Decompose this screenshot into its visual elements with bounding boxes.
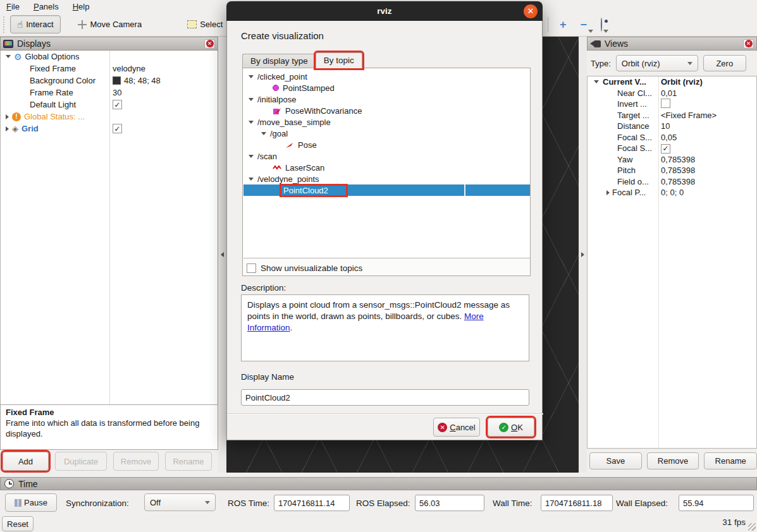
topic-tree-row[interactable]: LaserScan [243, 162, 530, 173]
view-property-value-cell[interactable]: 10 [658, 121, 670, 131]
duplicate-display-button[interactable]: Duplicate [55, 452, 107, 471]
collapsed-arrow-icon[interactable] [6, 114, 9, 119]
displays-panel-header[interactable]: Displays ✕ [0, 37, 218, 51]
views-tree-row[interactable]: Pitch0,785398 [588, 165, 756, 176]
topic-tree-row-selected[interactable]: PointCloud2 [243, 184, 530, 196]
displays-tree-row[interactable]: ◈Grid [1, 123, 218, 135]
displays-tree-row[interactable]: ⚙Global Options [1, 51, 218, 63]
move-camera-tool-button[interactable]: Move Camera [71, 15, 149, 33]
add-tool-button[interactable]: + [557, 18, 569, 32]
view-property-value-cell[interactable]: 0,05 [658, 133, 677, 142]
synchronization-combobox[interactable]: Off [144, 493, 216, 511]
checkbox[interactable] [661, 144, 670, 154]
views-tree-row[interactable]: Distance10 [588, 121, 756, 132]
topic-tree-row[interactable]: PoseWithCovariance [243, 105, 530, 116]
displays-tree[interactable]: ⚙Global OptionsFixed FramevelodyneBackgr… [0, 51, 218, 404]
view-property-value-cell[interactable]: Orbit (rviz) [658, 77, 703, 87]
displays-tree-row[interactable]: Background Color48; 48; 48 [1, 75, 218, 87]
collapsed-arrow-icon[interactable] [6, 126, 9, 131]
views-tree-row[interactable]: Yaw0,785398 [588, 154, 756, 166]
views-tree-row[interactable]: Field o...0,785398 [588, 176, 756, 188]
remove-display-button[interactable]: Remove [113, 452, 159, 471]
expanded-arrow-icon[interactable] [249, 98, 254, 101]
displays-tree-row[interactable]: Frame Rate30 [1, 87, 218, 99]
add-display-button[interactable]: Add [3, 452, 49, 471]
rename-display-button[interactable]: Rename [165, 452, 212, 471]
property-value-cell[interactable]: 48; 48; 48 [109, 76, 161, 85]
tab-by-topic[interactable]: By topic [316, 52, 362, 68]
ok-button[interactable]: ✓OK [488, 418, 534, 437]
expanded-arrow-icon[interactable] [249, 155, 254, 158]
views-tree-row[interactable]: Current V...Orbit (rviz) [588, 76, 756, 88]
interact-tool-button[interactable]: ☝ Interact [10, 15, 61, 33]
select-tool-button[interactable]: Select [181, 15, 229, 33]
view-property-value-cell[interactable]: 0,01 [658, 88, 677, 98]
views-tree-row[interactable]: Focal S...0,05 [588, 132, 756, 143]
views-tree-row[interactable]: Focal S... [588, 143, 756, 154]
ros-elapsed-field[interactable]: 56.03 [415, 495, 484, 511]
property-value-cell[interactable]: velodyne [109, 64, 145, 73]
property-value-cell[interactable] [109, 124, 122, 133]
expanded-arrow-icon[interactable] [249, 121, 254, 124]
views-tree-row[interactable]: Target ...<Fixed Frame> [588, 110, 756, 121]
dialog-close-button[interactable]: ✕ [524, 4, 538, 18]
topic-tree-row[interactable]: Pose [243, 139, 530, 150]
topic-tree-row[interactable]: /velodyne_points [243, 173, 530, 184]
displays-tree-row[interactable]: !Global Status: ... [1, 111, 218, 123]
resize-grip[interactable] [748, 523, 756, 531]
views-tree-row[interactable]: Focal P...0; 0; 0 [588, 187, 756, 198]
wall-elapsed-field[interactable]: 55.94 [679, 495, 754, 511]
pause-button[interactable]: Pause [5, 493, 57, 512]
left-splitter-handle[interactable] [218, 37, 226, 473]
reset-button[interactable]: Reset [2, 516, 34, 531]
menu-panels[interactable]: Panels [34, 2, 59, 11]
topic-tree-row[interactable]: /initialpose [243, 94, 530, 105]
dialog-titlebar[interactable]: rviz ✕ [226, 1, 543, 21]
expanded-arrow-icon[interactable] [249, 178, 254, 181]
column-divider[interactable] [658, 76, 659, 448]
save-view-button[interactable]: Save [589, 452, 642, 469]
topic-tree[interactable]: /clicked_pointPointStamped/initialposePo… [243, 69, 530, 258]
wall-time-field[interactable]: 1704716811.18 [541, 495, 613, 511]
topic-tree-row[interactable]: /clicked_point [243, 71, 530, 82]
menu-help[interactable]: Help [73, 2, 90, 11]
views-panel-header[interactable]: Views ✕ [587, 37, 757, 51]
displays-close-button[interactable]: ✕ [204, 39, 215, 49]
property-value-cell[interactable]: 30 [109, 88, 121, 97]
views-tree-row[interactable]: Near Cl...0,01 [588, 88, 756, 99]
view-property-value-cell[interactable]: 0,785398 [658, 155, 695, 164]
cancel-button[interactable]: ✕Cancel [433, 418, 480, 437]
expanded-arrow-icon[interactable] [594, 80, 599, 83]
show-unvisualizable-checkbox[interactable] [247, 263, 256, 273]
topic-tree-row[interactable]: PointStamped [243, 82, 530, 94]
rename-view-button[interactable]: Rename [704, 452, 757, 469]
expanded-arrow-icon[interactable] [6, 55, 11, 58]
toolbar-drag-handle[interactable] [3, 16, 8, 33]
collapsed-arrow-icon[interactable] [606, 190, 610, 195]
view-property-value-cell[interactable]: <Fixed Frame> [658, 111, 717, 120]
property-value-cell[interactable] [109, 100, 122, 109]
view-type-combobox[interactable]: Orbit (rviz) [616, 55, 698, 71]
menu-file[interactable]: File [6, 2, 20, 11]
expanded-arrow-icon[interactable] [249, 75, 254, 78]
visibility-tool-button[interactable] [598, 18, 605, 32]
display-name-input[interactable]: PointCloud2 [241, 389, 529, 406]
view-property-value-cell[interactable]: 0,785398 [658, 166, 695, 175]
view-property-value-cell[interactable]: 0; 0; 0 [658, 188, 684, 197]
views-tree-row[interactable]: Invert ... [588, 99, 756, 110]
topic-tree-row[interactable]: /goal [243, 128, 530, 139]
checkbox[interactable] [113, 124, 122, 133]
right-splitter-handle[interactable] [579, 37, 587, 473]
ros-time-field[interactable]: 1704716811.14 [274, 495, 350, 511]
remove-view-button[interactable]: Remove [647, 452, 699, 469]
checkbox[interactable] [661, 99, 670, 108]
view-property-value-cell[interactable]: 0,785398 [658, 177, 695, 186]
checkbox[interactable] [113, 100, 122, 109]
topic-tree-row[interactable]: /move_base_simple [243, 116, 530, 128]
displays-tree-row[interactable]: Fixed Framevelodyne [1, 63, 218, 75]
view-property-value-cell[interactable] [658, 99, 670, 110]
displays-tree-row[interactable]: Default Light [1, 99, 218, 111]
topic-tree-row[interactable]: /scan [243, 150, 530, 162]
expanded-arrow-icon[interactable] [261, 132, 266, 135]
tab-by-display-type[interactable]: By display type [242, 54, 316, 68]
